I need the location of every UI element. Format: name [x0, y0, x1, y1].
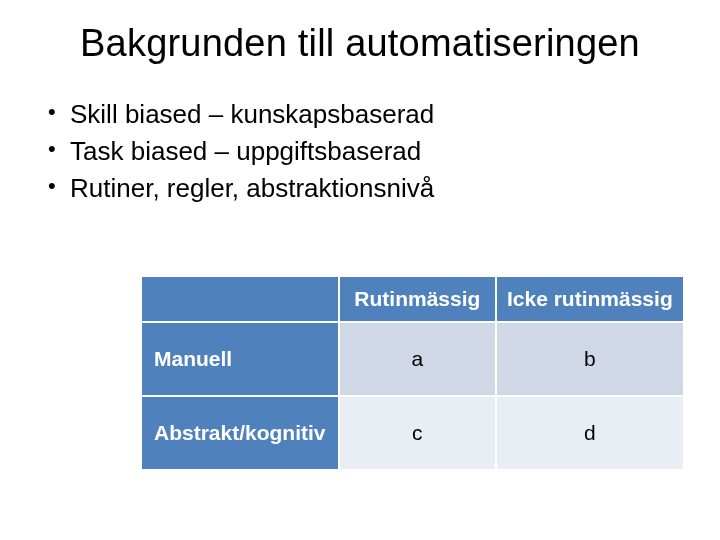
bullet-item: Rutiner, regler, abstraktionsnivå: [48, 171, 720, 206]
row-header: Abstrakt/kognitiv: [141, 396, 339, 470]
table-cell: b: [496, 322, 684, 396]
column-header: Icke rutinmässig: [496, 276, 684, 322]
bullet-item: Task biased – uppgiftsbaserad: [48, 134, 720, 169]
slide-title: Bakgrunden till automatiseringen: [0, 0, 720, 65]
bullet-list: Skill biased – kunskapsbaserad Task bias…: [0, 97, 720, 206]
matrix-table-wrap: Rutinmässig Icke rutinmässig Manuell a b…: [140, 275, 685, 471]
table-cell: c: [339, 396, 496, 470]
column-header: Rutinmässig: [339, 276, 496, 322]
table-cell: d: [496, 396, 684, 470]
matrix-table: Rutinmässig Icke rutinmässig Manuell a b…: [140, 275, 685, 471]
table-cell: a: [339, 322, 496, 396]
row-header: Manuell: [141, 322, 339, 396]
table-corner-cell: [141, 276, 339, 322]
slide: Bakgrunden till automatiseringen Skill b…: [0, 0, 720, 540]
bullet-item: Skill biased – kunskapsbaserad: [48, 97, 720, 132]
